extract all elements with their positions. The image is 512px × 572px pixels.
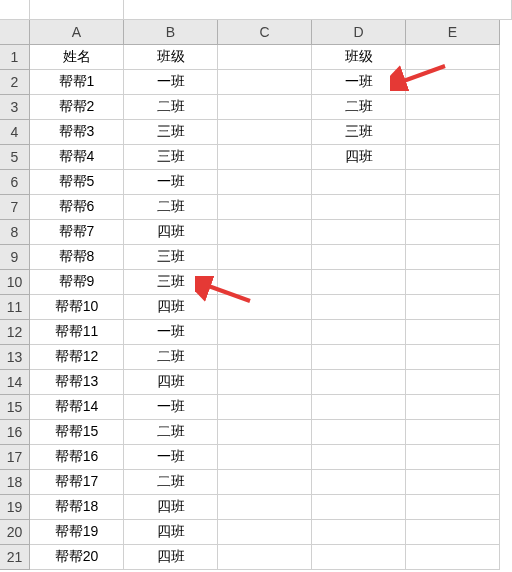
- cell-B4[interactable]: 三班: [124, 120, 218, 145]
- cell-A3[interactable]: 帮帮2: [30, 95, 124, 120]
- cell-D14[interactable]: [312, 370, 406, 395]
- cell-C10[interactable]: [218, 270, 312, 295]
- cell-C9[interactable]: [218, 245, 312, 270]
- cell-B18[interactable]: 二班: [124, 470, 218, 495]
- cell-C4[interactable]: [218, 120, 312, 145]
- row-header-3[interactable]: 3: [0, 95, 30, 120]
- row-header-18[interactable]: 18: [0, 470, 30, 495]
- cell-D12[interactable]: [312, 320, 406, 345]
- cell-D5[interactable]: 四班: [312, 145, 406, 170]
- cell-A6[interactable]: 帮帮5: [30, 170, 124, 195]
- cell-D11[interactable]: [312, 295, 406, 320]
- cell-D20[interactable]: [312, 520, 406, 545]
- cell-E13[interactable]: [406, 345, 500, 370]
- cell-A1[interactable]: 姓名: [30, 45, 124, 70]
- cell-C14[interactable]: [218, 370, 312, 395]
- row-header-16[interactable]: 16: [0, 420, 30, 445]
- cell-E16[interactable]: [406, 420, 500, 445]
- cell-A7[interactable]: 帮帮6: [30, 195, 124, 220]
- cell-C6[interactable]: [218, 170, 312, 195]
- cell-B14[interactable]: 四班: [124, 370, 218, 395]
- cell-A15[interactable]: 帮帮14: [30, 395, 124, 420]
- row-header-17[interactable]: 17: [0, 445, 30, 470]
- row-header-11[interactable]: 11: [0, 295, 30, 320]
- cell-E10[interactable]: [406, 270, 500, 295]
- cell-C15[interactable]: [218, 395, 312, 420]
- cell-D8[interactable]: [312, 220, 406, 245]
- cell-A4[interactable]: 帮帮3: [30, 120, 124, 145]
- cell-A19[interactable]: 帮帮18: [30, 495, 124, 520]
- cell-D16[interactable]: [312, 420, 406, 445]
- cell-D13[interactable]: [312, 345, 406, 370]
- cell-C11[interactable]: [218, 295, 312, 320]
- cell-C21[interactable]: [218, 545, 312, 570]
- cell-E15[interactable]: [406, 395, 500, 420]
- cell-C1[interactable]: [218, 45, 312, 70]
- cell-C8[interactable]: [218, 220, 312, 245]
- cell-D10[interactable]: [312, 270, 406, 295]
- column-header-E[interactable]: E: [406, 20, 500, 45]
- row-header-8[interactable]: 8: [0, 220, 30, 245]
- cell-A5[interactable]: 帮帮4: [30, 145, 124, 170]
- cell-C3[interactable]: [218, 95, 312, 120]
- cell-E6[interactable]: [406, 170, 500, 195]
- cell-E14[interactable]: [406, 370, 500, 395]
- cell-B5[interactable]: 三班: [124, 145, 218, 170]
- cell-C5[interactable]: [218, 145, 312, 170]
- cell-D19[interactable]: [312, 495, 406, 520]
- row-header-15[interactable]: 15: [0, 395, 30, 420]
- row-header-21[interactable]: 21: [0, 545, 30, 570]
- cell-C16[interactable]: [218, 420, 312, 445]
- cell-A2[interactable]: 帮帮1: [30, 70, 124, 95]
- cell-B21[interactable]: 四班: [124, 545, 218, 570]
- cell-A11[interactable]: 帮帮10: [30, 295, 124, 320]
- cell-B20[interactable]: 四班: [124, 520, 218, 545]
- row-header-10[interactable]: 10: [0, 270, 30, 295]
- cell-B1[interactable]: 班级: [124, 45, 218, 70]
- cell-E2[interactable]: [406, 70, 500, 95]
- cell-D2[interactable]: 一班: [312, 70, 406, 95]
- cell-E18[interactable]: [406, 470, 500, 495]
- cell-C18[interactable]: [218, 470, 312, 495]
- cell-B15[interactable]: 一班: [124, 395, 218, 420]
- cell-D15[interactable]: [312, 395, 406, 420]
- cell-D3[interactable]: 二班: [312, 95, 406, 120]
- cell-C20[interactable]: [218, 520, 312, 545]
- row-header-20[interactable]: 20: [0, 520, 30, 545]
- cell-E21[interactable]: [406, 545, 500, 570]
- row-header-6[interactable]: 6: [0, 170, 30, 195]
- cell-C7[interactable]: [218, 195, 312, 220]
- cell-E7[interactable]: [406, 195, 500, 220]
- cell-D7[interactable]: [312, 195, 406, 220]
- row-header-1[interactable]: 1: [0, 45, 30, 70]
- cell-A14[interactable]: 帮帮13: [30, 370, 124, 395]
- cell-E9[interactable]: [406, 245, 500, 270]
- cell-C12[interactable]: [218, 320, 312, 345]
- row-header-19[interactable]: 19: [0, 495, 30, 520]
- cell-B11[interactable]: 四班: [124, 295, 218, 320]
- row-header-7[interactable]: 7: [0, 195, 30, 220]
- cell-A17[interactable]: 帮帮16: [30, 445, 124, 470]
- cell-E3[interactable]: [406, 95, 500, 120]
- cell-A8[interactable]: 帮帮7: [30, 220, 124, 245]
- cell-D21[interactable]: [312, 545, 406, 570]
- cell-E17[interactable]: [406, 445, 500, 470]
- cell-D18[interactable]: [312, 470, 406, 495]
- cell-A9[interactable]: 帮帮8: [30, 245, 124, 270]
- cell-E20[interactable]: [406, 520, 500, 545]
- cell-B16[interactable]: 二班: [124, 420, 218, 445]
- cell-D4[interactable]: 三班: [312, 120, 406, 145]
- row-header-12[interactable]: 12: [0, 320, 30, 345]
- cell-B17[interactable]: 一班: [124, 445, 218, 470]
- spreadsheet-grid[interactable]: ABCDE1姓名班级班级2帮帮1一班一班3帮帮2二班二班4帮帮3三班三班5帮帮4…: [0, 20, 512, 570]
- cell-B19[interactable]: 四班: [124, 495, 218, 520]
- row-header-13[interactable]: 13: [0, 345, 30, 370]
- cell-E1[interactable]: [406, 45, 500, 70]
- cell-A21[interactable]: 帮帮20: [30, 545, 124, 570]
- cell-D17[interactable]: [312, 445, 406, 470]
- cell-B8[interactable]: 四班: [124, 220, 218, 245]
- row-header-9[interactable]: 9: [0, 245, 30, 270]
- cell-B6[interactable]: 一班: [124, 170, 218, 195]
- cell-B10[interactable]: 三班: [124, 270, 218, 295]
- cell-C2[interactable]: [218, 70, 312, 95]
